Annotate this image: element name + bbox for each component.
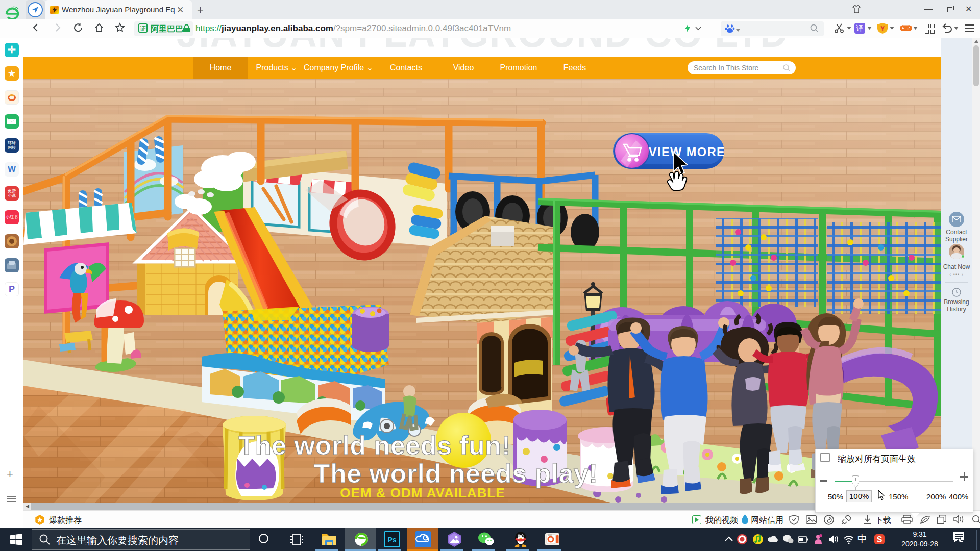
svg-text:S: S [877, 535, 883, 544]
svg-text:The world needs fun!: The world needs fun! [239, 431, 511, 460]
svg-text:The world needs play!: The world needs play! [314, 459, 598, 488]
svg-text:VIEW MORE: VIEW MORE [649, 145, 726, 159]
svg-text:¥: ¥ [880, 24, 885, 32]
svg-text:OEM & ODM AVAILABLE: OEM & ODM AVAILABLE [340, 485, 505, 500]
svg-text:Ps: Ps [387, 536, 396, 544]
